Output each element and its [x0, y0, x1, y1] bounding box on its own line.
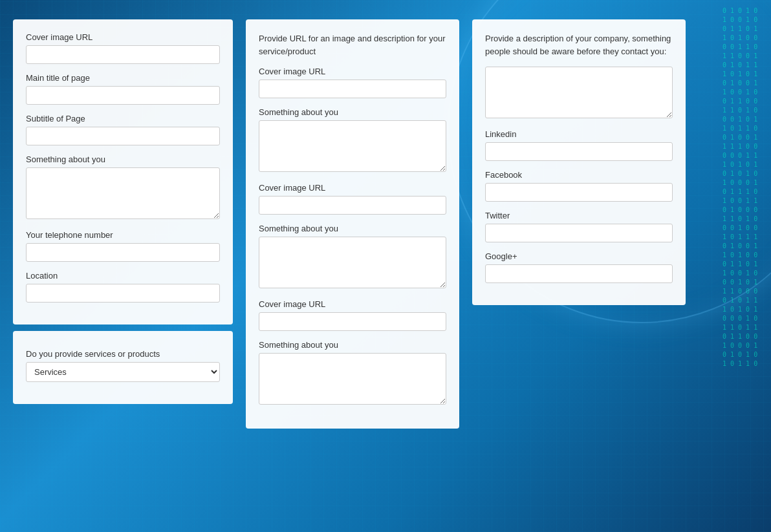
label-about-m3: Something about you [259, 340, 446, 350]
field-group-about-m1: Something about you [259, 107, 446, 174]
field-group-cover-m2: Cover image URL [259, 183, 446, 215]
input-twitter[interactable] [485, 224, 673, 242]
input-location[interactable] [26, 284, 220, 303]
label-main-title: Main title of page [26, 73, 220, 83]
field-group-services: Do you provide services or products Serv… [26, 349, 220, 382]
label-cover-m1: Cover image URL [259, 67, 446, 76]
field-group-telephone: Your telephone number [26, 230, 220, 262]
input-cover-m2[interactable] [259, 196, 446, 215]
services-card: Do you provide services or products Serv… [13, 331, 233, 404]
textarea-about-1[interactable] [26, 167, 220, 219]
label-cover-m3: Cover image URL [259, 299, 446, 309]
middle-card: Provide URL for an image and description… [246, 19, 459, 429]
label-location: Location [26, 271, 220, 281]
right-card: Provide a description of your company, s… [472, 19, 686, 305]
field-group-twitter: Twitter [485, 211, 673, 242]
textarea-about-m1[interactable] [259, 120, 446, 172]
field-group-facebook: Facebook [485, 170, 673, 202]
label-subtitle: Subtitle of Page [26, 114, 220, 123]
input-googleplus[interactable] [485, 264, 673, 283]
input-facebook[interactable] [485, 183, 673, 202]
field-group-linkedin: Linkedin [485, 129, 673, 161]
input-cover-m1[interactable] [259, 80, 446, 98]
input-subtitle[interactable] [26, 127, 220, 145]
field-group-company-desc [485, 67, 673, 120]
field-group-subtitle: Subtitle of Page [26, 114, 220, 145]
field-group-cover-m1: Cover image URL [259, 67, 446, 98]
field-group-cover-m3: Cover image URL [259, 299, 446, 331]
textarea-about-m3[interactable] [259, 353, 446, 405]
right-description: Provide a description of your company, s… [485, 32, 673, 58]
label-services: Do you provide services or products [26, 349, 220, 359]
left-column: Cover image URL Main title of page Subti… [13, 19, 233, 404]
label-telephone: Your telephone number [26, 230, 220, 240]
textarea-company-desc[interactable] [485, 67, 673, 118]
field-group-about-m3: Something about you [259, 340, 446, 407]
input-linkedin[interactable] [485, 142, 673, 161]
label-facebook: Facebook [485, 170, 673, 180]
input-main-title[interactable] [26, 86, 220, 105]
label-cover-m2: Cover image URL [259, 183, 446, 193]
label-linkedin: Linkedin [485, 129, 673, 139]
input-cover-m3[interactable] [259, 312, 446, 331]
textarea-about-m2[interactable] [259, 237, 446, 288]
input-telephone[interactable] [26, 243, 220, 262]
left-card: Cover image URL Main title of page Subti… [13, 19, 233, 325]
field-group-cover-1: Cover image URL [26, 32, 220, 64]
field-group-about-1: Something about you [26, 154, 220, 221]
field-group-main-title: Main title of page [26, 73, 220, 105]
label-twitter: Twitter [485, 211, 673, 220]
label-googleplus: Google+ [485, 251, 673, 261]
field-group-about-m2: Something about you [259, 224, 446, 290]
label-about-1: Something about you [26, 154, 220, 164]
label-cover-image-1: Cover image URL [26, 32, 220, 42]
middle-description: Provide URL for an image and description… [259, 32, 446, 58]
select-services[interactable]: Services Products Both [26, 362, 220, 382]
label-about-m2: Something about you [259, 224, 446, 233]
field-group-location: Location [26, 271, 220, 303]
input-cover-image-1[interactable] [26, 45, 220, 64]
label-about-m1: Something about you [259, 107, 446, 117]
page-content: Cover image URL Main title of page Subti… [0, 0, 771, 532]
field-group-googleplus: Google+ [485, 251, 673, 283]
